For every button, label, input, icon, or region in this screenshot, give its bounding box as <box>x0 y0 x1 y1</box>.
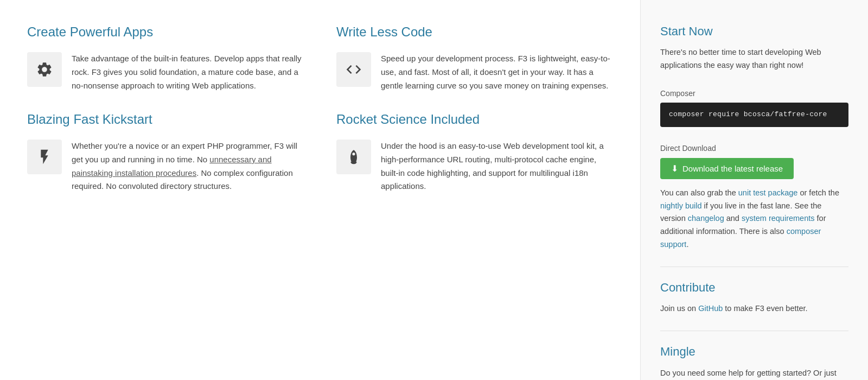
sidebar-start-now-title: Start Now <box>660 22 848 41</box>
sidebar-start-now: Start Now There's no better time to star… <box>660 22 848 72</box>
sidebar-description-text: You can also grab the unit test package … <box>660 187 848 252</box>
code-icon <box>345 61 362 78</box>
feature-body-rocket: Under the hood is an easy-to-use Web dev… <box>336 140 613 193</box>
feature-rocket-science: Rocket Science Included Under the hood i… <box>336 109 613 210</box>
sidebar-mingle: Mingle Do you need some help for getting… <box>660 342 848 380</box>
direct-download-label: Direct Download <box>660 142 848 154</box>
sidebar-mingle-title: Mingle <box>660 342 848 361</box>
download-arrow-icon: ⬇ <box>671 163 678 174</box>
sidebar-direct-download: Direct Download ⬇ Download the latest re… <box>660 142 848 251</box>
rocket-icon <box>345 148 362 166</box>
composer-support-link[interactable]: composer support <box>660 227 821 249</box>
system-requirements-link[interactable]: system requirements <box>742 214 815 223</box>
feature-title-create: Create Powerful Apps <box>27 22 304 42</box>
rocket-icon-box <box>336 140 371 174</box>
code-icon-box <box>336 52 371 87</box>
gear-icon <box>36 61 53 78</box>
divider-contribute <box>660 267 848 267</box>
download-button-label: Download the latest release <box>682 164 783 173</box>
feature-text-create: Take advantage of the built-in features.… <box>72 52 304 92</box>
feature-title-blazing: Blazing Fast Kickstart <box>27 109 304 130</box>
main-content: Create Powerful Apps Take advantage of t… <box>0 0 640 380</box>
feature-blazing-fast: Blazing Fast Kickstart Whether you're a … <box>27 109 304 210</box>
gear-icon-box <box>27 52 62 87</box>
sidebar-contribute: Contribute Join us on GitHub to make F3 … <box>660 278 848 315</box>
feature-title-rocket: Rocket Science Included <box>336 109 613 130</box>
sidebar-contribute-title: Contribute <box>660 278 848 297</box>
bolt-icon <box>36 148 53 166</box>
sidebar-mingle-text: Do you need some help for getting starte… <box>660 367 848 380</box>
sidebar-composer: Composer composer require bcosca/fatfree… <box>660 87 848 127</box>
composer-label: Composer <box>660 87 848 99</box>
features-grid: Create Powerful Apps Take advantage of t… <box>27 22 613 210</box>
feature-text-blazing: Whether you're a novice or an expert PHP… <box>72 140 304 193</box>
right-column: Write Less Code Speed up your developmen… <box>336 22 613 210</box>
sidebar-contribute-text: Join us on GitHub to make F3 even better… <box>660 302 848 315</box>
page-wrapper: Create Powerful Apps Take advantage of t… <box>0 0 868 380</box>
unit-test-package-link[interactable]: unit test package <box>738 188 798 197</box>
divider-mingle <box>660 331 848 331</box>
feature-write-less-code: Write Less Code Speed up your developmen… <box>336 22 613 109</box>
feature-body-create: Take advantage of the built-in features.… <box>27 52 304 92</box>
feature-body-blazing: Whether you're a novice or an expert PHP… <box>27 140 304 193</box>
sidebar-start-now-text: There's no better time to start developi… <box>660 46 848 72</box>
feature-text-rocket: Under the hood is an easy-to-use Web dev… <box>381 140 613 193</box>
changelog-link[interactable]: changelog <box>688 214 724 223</box>
feature-title-write: Write Less Code <box>336 22 613 42</box>
feature-text-write: Speed up your development process. F3 is… <box>381 52 613 92</box>
feature-body-write: Speed up your development process. F3 is… <box>336 52 613 92</box>
nightly-build-link[interactable]: nightly build <box>660 201 702 210</box>
feature-create-powerful-apps: Create Powerful Apps Take advantage of t… <box>27 22 304 109</box>
download-latest-release-button[interactable]: ⬇ Download the latest release <box>660 158 794 179</box>
github-link[interactable]: GitHub <box>698 304 723 313</box>
composer-code[interactable]: composer require bcosca/fatfree-core <box>660 103 848 127</box>
sidebar: Start Now There's no better time to star… <box>640 0 868 380</box>
bolt-icon-box <box>27 140 62 174</box>
left-column: Create Powerful Apps Take advantage of t… <box>27 22 304 210</box>
